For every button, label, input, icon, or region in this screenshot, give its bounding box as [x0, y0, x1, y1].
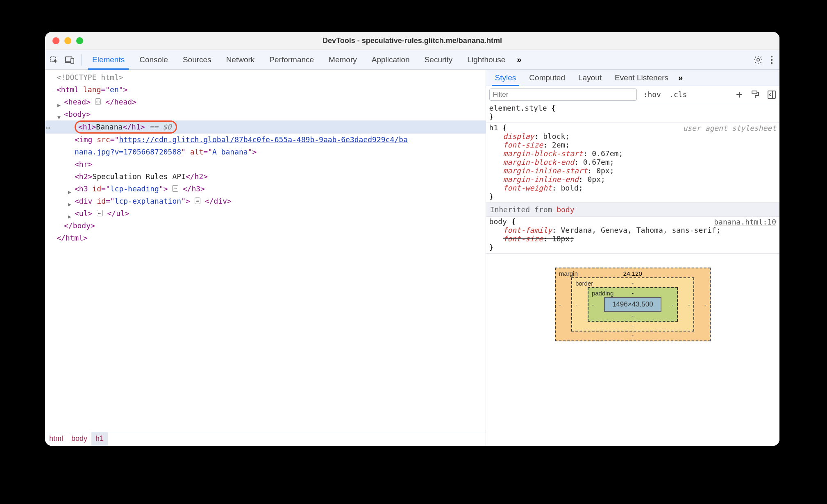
dom-hr[interactable]: <hr> [45, 158, 486, 170]
element-style-rule[interactable]: element.style { } [486, 103, 779, 123]
dom-head[interactable]: ▶<head> ⋯ </head> [45, 96, 486, 108]
stab-event-listeners[interactable]: Event Listeners [608, 70, 675, 86]
more-tabs-icon[interactable]: » [517, 55, 521, 64]
styles-tab-bar: Styles Computed Layout Event Listeners » [486, 70, 779, 86]
bm-padding-top[interactable]: - [632, 290, 634, 297]
zoom-icon[interactable] [76, 37, 83, 44]
rule-source-link[interactable]: banana.html:10 [714, 218, 776, 226]
bm-padding-label: padding [592, 290, 613, 297]
dom-html-close[interactable]: </html> [45, 232, 486, 244]
css-declaration[interactable]: display: block; [489, 132, 776, 141]
cls-toggle[interactable]: .cls [668, 90, 688, 99]
tab-security[interactable]: Security [417, 50, 460, 69]
css-declaration[interactable]: margin-block-end: 0.67em; [489, 158, 776, 166]
bm-border-left[interactable]: - [575, 301, 577, 308]
bm-margin-right[interactable]: - [704, 301, 707, 308]
svg-point-7 [771, 62, 772, 64]
bm-padding-left[interactable]: - [592, 301, 594, 308]
dom-h2[interactable]: <h2>Speculation Rules API</h2> [45, 170, 486, 183]
crumb-body[interactable]: body [67, 432, 91, 446]
elements-panel: <!DOCTYPE html> <html lang="en"> ▶<head>… [45, 70, 486, 446]
hov-toggle[interactable]: :hov [642, 90, 663, 99]
bm-border-top[interactable]: - [632, 280, 634, 287]
bm-content-size[interactable]: 1496×43.500 [604, 297, 661, 312]
dom-tree[interactable]: <!DOCTYPE html> <html lang="en"> ▶<head>… [45, 70, 486, 432]
css-declaration[interactable]: font-weight: bold; [489, 184, 776, 192]
bm-padding-bottom[interactable]: - [632, 312, 634, 319]
styles-toolbar: :hov .cls [486, 86, 779, 103]
css-declaration[interactable]: font-family: Verdana, Geneva, Tahoma, sa… [489, 226, 776, 234]
device-toggle-icon[interactable] [65, 55, 75, 65]
main-content: <!DOCTYPE html> <html lang="en"> ▶<head>… [45, 70, 779, 446]
traffic-lights [52, 37, 83, 44]
css-declaration[interactable]: font-size: 18px; [489, 234, 776, 243]
ellipsis-badge[interactable]: ⋯ [172, 185, 178, 192]
tab-lighthouse[interactable]: Lighthouse [460, 50, 513, 69]
crumb-h1[interactable]: h1 [91, 432, 108, 446]
styles-filter-input[interactable] [489, 89, 637, 101]
main-tab-bar: Elements Console Sources Network Perform… [45, 50, 779, 70]
selection-highlight: <h1>Banana</h1> == $0 [75, 120, 177, 134]
stab-layout[interactable]: Layout [572, 70, 608, 86]
ellipsis-badge[interactable]: ⋯ [97, 210, 102, 216]
css-declaration[interactable]: margin-inline-start: 0px; [489, 166, 776, 175]
dom-ul[interactable]: ▶<ul> ⋯ </ul> [45, 207, 486, 220]
bm-border-bottom[interactable]: - [632, 322, 634, 329]
dom-img-line1[interactable]: <img src="https://cdn.glitch.global/87b4… [45, 134, 486, 146]
bm-margin-bottom[interactable]: - [632, 332, 634, 339]
titlebar: DevTools - speculative-rules.glitch.me/b… [45, 32, 779, 50]
tab-memory[interactable]: Memory [321, 50, 364, 69]
svg-point-5 [771, 55, 772, 57]
paint-icon[interactable] [751, 90, 760, 99]
css-declaration[interactable]: font-size: 2em; [489, 141, 776, 149]
bm-margin-top[interactable]: 24.120 [623, 270, 642, 277]
inspect-icon[interactable] [49, 55, 59, 65]
bm-padding-right[interactable]: - [672, 301, 674, 308]
body-rule[interactable]: banana.html:10 body { font-family: Verda… [486, 217, 779, 254]
tab-sources[interactable]: Sources [175, 50, 219, 69]
svg-point-6 [771, 59, 772, 60]
styles-panel: Styles Computed Layout Event Listeners »… [486, 70, 779, 446]
inherited-from-element[interactable]: body [557, 205, 574, 214]
selector-text: h1 [489, 123, 498, 132]
stab-styles[interactable]: Styles [488, 70, 523, 86]
box-model-diagram[interactable]: margin 24.120 - - - border - - - - [486, 254, 779, 446]
dom-img-line2[interactable]: nana.jpg?v=1705668720588" alt="A banana"… [45, 146, 486, 158]
dom-selected-h1[interactable]: ⋯ <h1>Banana</h1> == $0 [45, 120, 486, 134]
kebab-menu-icon[interactable] [770, 55, 773, 64]
more-styles-tabs-icon[interactable]: » [678, 73, 683, 82]
dom-body-open[interactable]: ▼<body> [45, 108, 486, 120]
row-actions-icon[interactable]: ⋯ [46, 122, 50, 134]
svg-rect-10 [752, 91, 757, 94]
tab-application[interactable]: Application [364, 50, 417, 69]
dom-body-close[interactable]: </body> [45, 220, 486, 232]
stab-computed[interactable]: Computed [523, 70, 572, 86]
selector-text: body [489, 217, 507, 226]
dom-doctype[interactable]: <!DOCTYPE html> [45, 71, 486, 84]
new-style-rule-icon[interactable] [735, 91, 743, 99]
ellipsis-badge[interactable]: ⋯ [195, 198, 200, 204]
crumb-html[interactable]: html [45, 432, 67, 446]
dom-div[interactable]: ▶<div id="lcp-explanation"> ⋯ </div> [45, 195, 486, 207]
css-declaration[interactable]: margin-block-start: 0.67em; [489, 149, 776, 158]
bm-margin-label: margin [559, 270, 578, 277]
inherited-from-bar: Inherited from body [486, 203, 779, 217]
gear-icon[interactable] [753, 55, 763, 65]
close-icon[interactable] [52, 37, 59, 44]
dom-h3[interactable]: ▶<h3 id="lcp-heading"> ⋯ </h3> [45, 183, 486, 195]
minimize-icon[interactable] [64, 37, 71, 44]
css-declaration[interactable]: margin-inline-end: 0px; [489, 175, 776, 184]
dom-html-open[interactable]: <html lang="en"> [45, 84, 486, 96]
tab-network[interactable]: Network [219, 50, 262, 69]
bm-border-label: border [575, 280, 593, 287]
tab-console[interactable]: Console [132, 50, 175, 69]
ua-stylesheet-note: user agent stylesheet [683, 124, 776, 132]
ellipsis-badge[interactable]: ⋯ [95, 98, 101, 105]
tab-performance[interactable]: Performance [262, 50, 321, 69]
svg-point-4 [757, 58, 759, 61]
h1-rule[interactable]: user agent stylesheet h1 { display: bloc… [486, 123, 779, 203]
bm-border-right[interactable]: - [688, 301, 690, 308]
bm-margin-left[interactable]: - [559, 301, 561, 308]
computed-sidebar-icon[interactable] [767, 90, 776, 99]
tab-elements[interactable]: Elements [85, 50, 132, 69]
